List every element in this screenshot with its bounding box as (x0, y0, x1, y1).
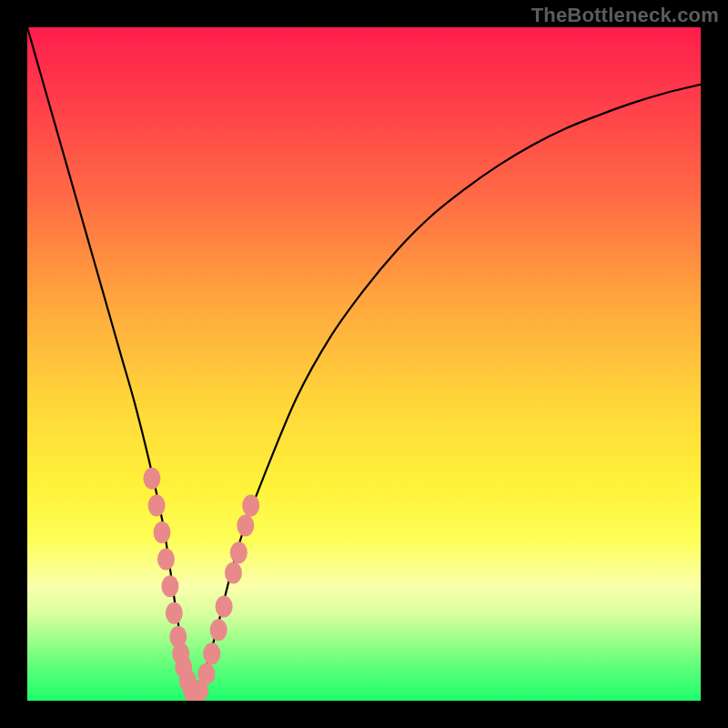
curve-marker (197, 662, 215, 684)
chart-svg (27, 27, 701, 701)
curve-marker (210, 619, 228, 641)
curve-marker (157, 549, 175, 571)
curve-marker (203, 642, 220, 664)
curve-marker (166, 602, 183, 624)
curve-marker (242, 494, 259, 516)
plot-area (27, 27, 701, 701)
curve-marker (161, 575, 178, 597)
watermark-text: TheBottleneck.com (531, 4, 719, 27)
curve-marker (216, 595, 233, 617)
curve-marker (148, 494, 166, 516)
curve-marker (143, 468, 160, 490)
curve-marker (237, 515, 254, 537)
curve-marker (154, 521, 171, 543)
marker-cluster (143, 468, 259, 701)
curve-marker (225, 561, 242, 583)
chart-frame: TheBottleneck.com (0, 0, 728, 728)
curve-marker (230, 541, 248, 563)
bottleneck-curve (27, 27, 701, 701)
